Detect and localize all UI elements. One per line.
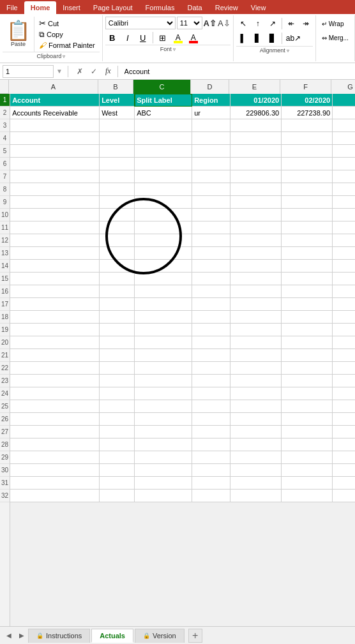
cell-G17[interactable] [333,298,355,311]
cell-E11[interactable] [230,221,282,234]
cell-E12[interactable] [230,234,282,247]
cell-A7[interactable] [10,170,100,183]
row-num-31[interactable]: 31 [0,477,10,490]
cell-D19[interactable] [192,324,230,336]
row-num-10[interactable]: 10 [0,209,10,221]
cell-G22[interactable] [333,362,355,375]
cell-B15[interactable] [100,273,135,285]
cell-f2[interactable]: 227238.90 [282,107,333,119]
cell-B10[interactable] [100,209,135,221]
row-num-16[interactable]: 16 [0,285,10,298]
cell-F28[interactable] [282,438,333,451]
font-color-button[interactable]: A [186,31,200,45]
cell-C12[interactable] [135,234,192,247]
row-num-9[interactable]: 9 [0,196,10,209]
cell-B22[interactable] [100,362,135,375]
cell-E13[interactable] [230,247,282,260]
cell-C8[interactable] [135,183,192,196]
align-top-left-button[interactable]: ↖ [236,17,250,31]
cell-C29[interactable] [135,451,192,464]
tab-nav-left[interactable]: ◀ [3,629,15,642]
row-num-29[interactable]: 29 [0,451,10,464]
cell-F3[interactable] [282,119,333,132]
cell-E27[interactable] [230,426,282,438]
cell-G31[interactable] [333,477,355,490]
cell-B26[interactable] [100,413,135,426]
cell-C23[interactable] [135,375,192,387]
tab-formulas[interactable]: Formulas [139,1,181,14]
col-header-g[interactable]: G [331,80,355,94]
borders-button[interactable]: ⊞ [156,31,170,45]
cell-E14[interactable] [230,260,282,273]
cell-G18[interactable] [333,311,355,324]
cell-B17[interactable] [100,298,135,311]
cell-F15[interactable] [282,273,333,285]
cell-D10[interactable] [192,209,230,221]
cell-B24[interactable] [100,387,135,400]
cell-D3[interactable] [192,119,230,132]
paste-button[interactable]: 📋 Paste [3,17,34,52]
cell-e1[interactable]: 01/2020 [230,94,282,107]
cell-C24[interactable] [135,387,192,400]
tab-nav-right[interactable]: ▶ [15,629,28,642]
cell-A10[interactable] [10,209,100,221]
cell-D4[interactable] [192,132,230,145]
cell-A31[interactable] [10,477,100,490]
tab-view[interactable]: View [245,1,273,14]
cell-G8[interactable] [333,183,355,196]
cell-A20[interactable] [10,336,100,349]
cell-d1[interactable]: Region [192,94,230,107]
cell-F9[interactable] [282,196,333,209]
cell-A18[interactable] [10,311,100,324]
tab-instructions[interactable]: 🔒 Instructions [28,629,90,643]
row-num-13[interactable]: 13 [0,247,10,260]
cell-D23[interactable] [192,375,230,387]
cell-A4[interactable] [10,132,100,145]
row-num-6[interactable]: 6 [0,158,10,170]
cell-A28[interactable] [10,438,100,451]
cell-C31[interactable] [135,477,192,490]
cell-G24[interactable] [333,387,355,400]
cell-A26[interactable] [10,413,100,426]
cell-D28[interactable] [192,438,230,451]
cell-g2[interactable] [333,107,355,119]
cell-C16[interactable] [135,285,192,298]
cell-F8[interactable] [282,183,333,196]
cell-B11[interactable] [100,221,135,234]
cell-c2[interactable]: ABC [135,107,192,119]
cell-B14[interactable] [100,260,135,273]
cell-B18[interactable] [100,311,135,324]
cell-A16[interactable] [10,285,100,298]
cell-E30[interactable] [230,464,282,477]
align-right-button[interactable]: ▊ [266,31,280,45]
cell-B29[interactable] [100,451,135,464]
cell-C3[interactable] [135,119,192,132]
cell-D15[interactable] [192,273,230,285]
cell-D5[interactable] [192,145,230,158]
cell-E31[interactable] [230,477,282,490]
cell-f1[interactable]: 02/2020 [282,94,333,107]
cell-E20[interactable] [230,336,282,349]
cell-E23[interactable] [230,375,282,387]
cell-F14[interactable] [282,260,333,273]
cell-D32[interactable] [192,490,230,502]
cell-e2[interactable]: 229806.30 [230,107,282,119]
cell-G21[interactable] [333,349,355,362]
format-painter-button[interactable]: 🖌 Format Painter [37,40,97,50]
cell-E22[interactable] [230,362,282,375]
cell-B25[interactable] [100,400,135,413]
cell-B4[interactable] [100,132,135,145]
cell-F27[interactable] [282,426,333,438]
cell-A9[interactable] [10,196,100,209]
cell-E26[interactable] [230,413,282,426]
cell-F20[interactable] [282,336,333,349]
cell-C5[interactable] [135,145,192,158]
cell-C22[interactable] [135,362,192,375]
cell-F31[interactable] [282,477,333,490]
cell-B5[interactable] [100,145,135,158]
cell-F4[interactable] [282,132,333,145]
cell-C4[interactable] [135,132,192,145]
cell-D25[interactable] [192,400,230,413]
cell-G26[interactable] [333,413,355,426]
cell-F7[interactable] [282,170,333,183]
